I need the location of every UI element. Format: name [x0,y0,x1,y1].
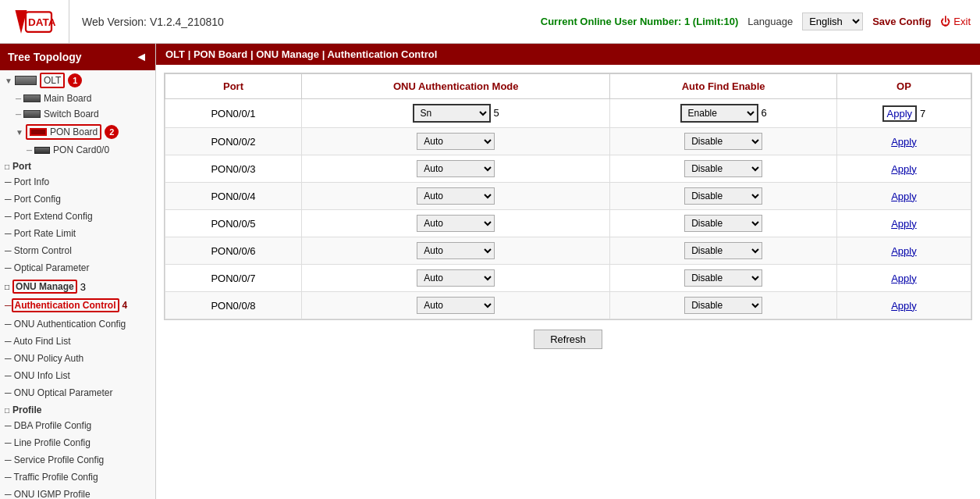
auto-find-select[interactable]: EnableDisable [684,187,762,205]
sidebar-item-onu-auth-config[interactable]: ─ ONU Authentication Config [0,315,155,333]
content-body: Port ONU Authentication Mode Auto Find E… [156,65,980,499]
online-info: Current Online User Number: 1 (Limit:10) [541,16,739,27]
language-select[interactable]: English Chinese [802,12,863,30]
op-cell: Apply7 [836,99,971,128]
auto-find-cell: EnableDisable [610,292,836,319]
auto-find-cell: EnableDisable [610,265,836,292]
auto-find-select[interactable]: EnableDisable [680,104,758,123]
auth-mode-cell: AutoSnPasswordSn+Password [301,237,610,265]
main-layout: Tree Topology ◄ ▼ OLT 1 ─ Main Board ─ S… [0,44,980,499]
refresh-button[interactable]: Refresh [534,330,602,349]
port-cell: PON0/0/8 [165,292,302,319]
auto-find-select[interactable]: EnableDisable [684,160,762,177]
table-wrapper[interactable]: Port ONU Authentication Mode Auto Find E… [164,73,972,320]
sidebar: Tree Topology ◄ ▼ OLT 1 ─ Main Board ─ S… [0,44,156,499]
sidebar-item-dba-profile[interactable]: ─ DBA Profile Config [0,417,155,434]
sidebar-item-optical-parameter[interactable]: ─ Optical Parameter [0,259,155,276]
auth-mode-select[interactable]: AutoSnPasswordSn+Password [413,104,491,123]
port-section-header[interactable]: □ Port [0,158,155,173]
refresh-area: Refresh [164,330,972,349]
op-cell: Apply [836,128,971,155]
op-cell: Apply [836,183,971,210]
port-cell: PON0/0/4 [165,183,302,210]
switch-board-icon [23,110,41,118]
sidebar-item-main-board[interactable]: ─ Main Board [0,91,155,106]
apply-link[interactable]: Apply [891,218,917,230]
auto-find-cell: EnableDisable [610,183,836,210]
sidebar-item-port-extend-config[interactable]: ─ Port Extend Config [0,208,155,225]
sidebar-item-olt[interactable]: ▼ OLT 1 [0,70,155,91]
content-area: OLT | PON Board | ONU Manage | Authentic… [156,44,980,499]
logo-icon: DATA [9,6,56,37]
app-header: DATA Web Version: V1.2.4_210810 Current … [0,0,980,44]
auth-mode-select[interactable]: AutoSnPasswordSn+Password [417,297,495,314]
pon-card-icon [34,147,50,154]
logo-area: DATA [9,0,69,43]
sidebar-item-onu-info-list[interactable]: ─ ONU Info List [0,367,155,384]
auth-mode-select[interactable]: AutoSnPasswordSn+Password [417,242,495,259]
col-op: OP [836,74,971,99]
table-row: PON0/0/7AutoSnPasswordSn+PasswordEnableD… [165,265,971,292]
op-cell: Apply [836,210,971,237]
op-cell: Apply [836,292,971,319]
apply-link[interactable]: Apply [891,300,917,312]
sidebar-item-port-config[interactable]: ─ Port Config [0,191,155,208]
collapse-icon: ◄ [135,50,147,64]
apply-link[interactable]: Apply [882,105,918,122]
auth-mode-select[interactable]: AutoSnPasswordSn+Password [417,215,495,232]
language-label: Language [747,16,793,27]
auto-find-select[interactable]: EnableDisable [684,297,762,314]
auth-mode-select[interactable]: AutoSnPasswordSn+Password [417,269,495,287]
profile-section-header[interactable]: □ Profile [0,401,155,417]
sidebar-item-service-profile[interactable]: ─ Service Profile Config [0,451,155,469]
sidebar-item-onu-igmp-profile[interactable]: ─ ONU IGMP Profile [0,486,155,499]
sidebar-item-port-rate-limit[interactable]: ─ Port Rate Limit [0,225,155,242]
auth-mode-cell: AutoSnPasswordSn+Password [301,265,610,292]
auto-find-cell: EnableDisable [610,128,836,155]
sidebar-item-line-profile[interactable]: ─ Line Profile Config [0,434,155,451]
auto-find-select[interactable]: EnableDisable [684,269,762,287]
op-cell: Apply [836,155,971,183]
auto-find-select[interactable]: EnableDisable [684,242,762,259]
apply-link[interactable]: Apply [891,191,917,202]
auth-mode-select[interactable]: AutoSnPasswordSn+Password [417,160,495,177]
table-row: PON0/0/2AutoSnPasswordSn+PasswordEnableD… [165,128,971,155]
sidebar-item-port-info[interactable]: ─ Port Info [0,173,155,191]
col-auto-find: Auto Find Enable [610,74,836,99]
pon-board-icon [30,128,47,136]
auth-mode-select[interactable]: AutoSnPasswordSn+Password [417,187,495,205]
sidebar-item-auto-find-list[interactable]: ─ Auto Find List [0,333,155,350]
port-cell: PON0/0/2 [165,128,302,155]
apply-link[interactable]: Apply [891,273,917,284]
save-config-link[interactable]: Save Config [872,16,931,27]
auth-table: Port ONU Authentication Mode Auto Find E… [165,73,971,319]
olt-device-icon [15,76,37,85]
apply-link[interactable]: Apply [891,136,917,148]
table-row: PON0/0/4AutoSnPasswordSn+PasswordEnableD… [165,183,971,210]
auth-mode-cell: AutoSnPasswordSn+Password [301,155,610,183]
port-cell: PON0/0/3 [165,155,302,183]
auto-find-select[interactable]: EnableDisable [684,215,762,232]
breadcrumb: OLT | PON Board | ONU Manage | Authentic… [156,44,980,65]
sidebar-item-auth-control[interactable]: ─ Authentication Control 4 [0,295,155,315]
sidebar-item-pon-card[interactable]: ─ PON Card0/0 [0,142,155,158]
tree-topology-header[interactable]: Tree Topology ◄ [0,44,155,70]
sidebar-item-switch-board[interactable]: ─ Switch Board [0,106,155,122]
exit-button[interactable]: ⏻ Exit [940,16,971,27]
sidebar-item-pon-board[interactable]: ▼ PON Board 2 [0,122,155,142]
table-row: PON0/0/6AutoSnPasswordSn+PasswordEnableD… [165,237,971,265]
table-row: PON0/0/5AutoSnPasswordSn+PasswordEnableD… [165,210,971,237]
auth-mode-select[interactable]: AutoSnPasswordSn+Password [417,133,495,150]
table-row: PON0/0/1AutoSnPasswordSn+Password5Enable… [165,99,971,128]
apply-link[interactable]: Apply [891,245,917,257]
sidebar-item-traffic-profile[interactable]: ─ Traffic Profile Config [0,469,155,486]
auto-find-select[interactable]: EnableDisable [684,133,762,150]
sidebar-item-storm-control[interactable]: ─ Storm Control [0,242,155,259]
col-auth-mode: ONU Authentication Mode [301,74,610,99]
onu-manage-section-header[interactable]: □ ONU Manage 3 [0,276,155,295]
sidebar-item-onu-policy-auth[interactable]: ─ ONU Policy Auth [0,350,155,367]
apply-link[interactable]: Apply [891,163,917,175]
sidebar-item-onu-optical-parameter[interactable]: ─ ONU Optical Parameter [0,384,155,401]
auth-mode-cell: AutoSnPasswordSn+Password [301,128,610,155]
auth-mode-cell: AutoSnPasswordSn+Password5 [301,99,610,128]
